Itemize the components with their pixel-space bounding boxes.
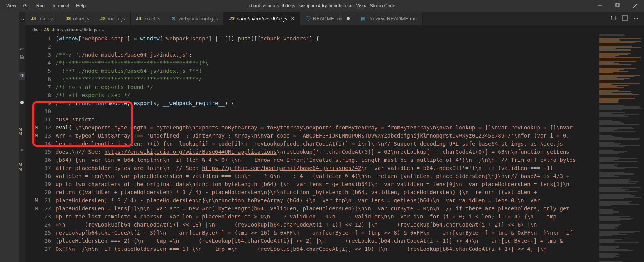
- chevron-right-icon: ›: [41, 27, 43, 32]
- minimize-button[interactable]: [591, 0, 609, 12]
- breadcrumb-file[interactable]: chunk-vendors.9b0e.js: [51, 27, 97, 32]
- scm-gutter: MMMM: [25, 34, 40, 262]
- menu-help[interactable]: Help: [73, 2, 89, 10]
- split-editor-icon[interactable]: [622, 15, 628, 22]
- js-icon: JS: [100, 16, 105, 21]
- close-icon[interactable]: ×: [291, 15, 294, 22]
- menu-run[interactable]: Run: [33, 2, 48, 10]
- preview-icon: ▤: [361, 16, 365, 22]
- open-editor-item[interactable]: .9b0e.js: [19, 72, 25, 80]
- compare-changes-icon[interactable]: [610, 15, 617, 22]
- window-controls: [591, 0, 644, 12]
- breadcrumb-more[interactable]: ...: [102, 27, 106, 32]
- gear-icon: ⚙: [171, 16, 176, 22]
- editor-body: MMMM 12345678910111213141516171819202122…: [25, 34, 644, 262]
- tab-label: index.js: [108, 16, 125, 22]
- activity-bar: [0, 12, 19, 262]
- dirty-dot-icon: [347, 17, 350, 20]
- tab-label: main.js: [38, 16, 54, 22]
- js-icon: JS: [229, 16, 234, 21]
- tab-actions: ⋯: [610, 12, 644, 25]
- tab-label: Preview README.md: [368, 16, 417, 22]
- tab-index-js[interactable]: JSindex.js: [95, 12, 131, 25]
- tab-webpack-config-js[interactable]: ⚙webpack.config.js: [166, 12, 224, 25]
- tab-label: other.js: [73, 16, 89, 22]
- menu-view[interactable]: View: [3, 2, 19, 10]
- menubar: View Go Run Terminal Help: [0, 2, 89, 10]
- js-icon: JS: [136, 16, 141, 21]
- tab-main-js[interactable]: JSmain.js: [25, 12, 60, 25]
- js-icon: JS: [66, 16, 71, 21]
- menu-terminal[interactable]: Terminal: [49, 2, 72, 10]
- scm-modified-badge: M: [19, 131, 25, 136]
- tab-excel-js[interactable]: JSexcel.js: [131, 12, 166, 25]
- sidebar-sliver: ⋯ ↶ 🗎 .9b0e.js M M o M M: [19, 12, 25, 262]
- menu-go[interactable]: Go: [20, 2, 32, 10]
- line-number-gutter: 1234567891011121314151617181920212223242…: [40, 34, 56, 262]
- breadcrumb-folder[interactable]: dist: [32, 27, 40, 32]
- window-title: chunk-vendors.9b0e.js - webpack4-try-bun…: [249, 3, 396, 8]
- annotation-highlight-box: [32, 101, 133, 147]
- tabs-row: JSmain.jsJSother.jsJSindex.jsJSexcel.js⚙…: [25, 12, 644, 25]
- js-icon: JS: [44, 28, 49, 32]
- tab-label: excel.js: [144, 16, 160, 22]
- scm-modified-badge: M: [19, 167, 25, 171]
- minimap[interactable]: [598, 34, 644, 262]
- tab-chunk-vendors-9b0e-js[interactable]: JSchunk-vendors.9b0e.js×: [224, 12, 300, 25]
- tab-label: webpack.config.js: [178, 16, 218, 22]
- undo-icon[interactable]: ↶: [19, 46, 25, 52]
- tab-other-js[interactable]: JSother.js: [60, 12, 95, 25]
- tab-readme-md[interactable]: ⓘREADME.md: [300, 12, 355, 25]
- scm-modified-badge: M: [19, 127, 25, 131]
- titlebar: View Go Run Terminal Help chunk-vendors.…: [0, 0, 644, 12]
- svg-rect-0: [615, 4, 619, 7]
- chevron-right-icon: ›: [99, 27, 100, 32]
- svg-rect-1: [616, 3, 619, 6]
- tab-label: chunk-vendors.9b0e.js: [237, 16, 287, 22]
- info-icon: ⓘ: [306, 15, 311, 22]
- save-all-icon[interactable]: 🗎: [19, 54, 25, 60]
- maximize-button[interactable]: [609, 0, 626, 12]
- scm-modified-badge: M: [19, 162, 25, 167]
- code-content[interactable]: (window["webpackJsonp"] = window["webpac…: [56, 34, 598, 262]
- more-icon[interactable]: ⋯: [19, 12, 25, 27]
- js-icon: JS: [31, 16, 36, 21]
- more-actions-icon[interactable]: ⋯: [634, 16, 639, 22]
- dirty-dot-icon: [20, 101, 24, 104]
- breadcrumbs[interactable]: dist › JS chunk-vendors.9b0e.js › ...: [25, 25, 644, 34]
- tab-label: README.md: [313, 16, 343, 22]
- close-button[interactable]: [626, 0, 644, 12]
- tab-preview-readme-md[interactable]: ▤Preview README.md: [355, 12, 423, 25]
- letter-o-icon: o: [19, 148, 25, 152]
